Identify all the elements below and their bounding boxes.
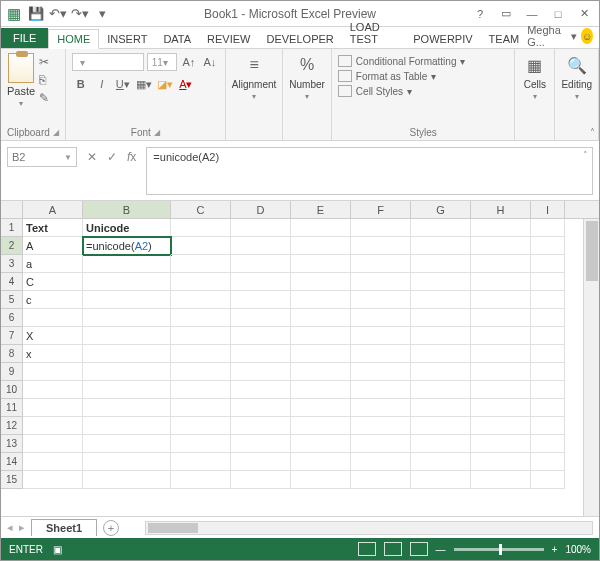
cell-F14[interactable] — [351, 453, 411, 471]
cell-I10[interactable] — [531, 381, 565, 399]
cell-C13[interactable] — [171, 435, 231, 453]
cell-C1[interactable] — [171, 219, 231, 237]
cell-B2[interactable]: =unicode(A2) — [83, 237, 171, 255]
tab-review[interactable]: REVIEW — [199, 30, 258, 48]
qat-customize-icon[interactable]: ▾ — [92, 4, 112, 24]
underline-button[interactable]: U▾ — [114, 75, 132, 93]
cell-H10[interactable] — [471, 381, 531, 399]
cell-I3[interactable] — [531, 255, 565, 273]
row-header-12[interactable]: 12 — [1, 417, 23, 435]
cell-D4[interactable] — [231, 273, 291, 291]
cell-E2[interactable] — [291, 237, 351, 255]
cell-B10[interactable] — [83, 381, 171, 399]
increase-font-icon[interactable]: A↑ — [180, 53, 198, 71]
font-size-dropdown[interactable]: 11▾ — [147, 53, 177, 71]
cell-B15[interactable] — [83, 471, 171, 489]
cell-G13[interactable] — [411, 435, 471, 453]
col-header-f[interactable]: F — [351, 201, 411, 218]
font-color-button[interactable]: A▾ — [177, 75, 195, 93]
cell-H1[interactable] — [471, 219, 531, 237]
enter-formula-icon[interactable]: ✓ — [107, 150, 117, 164]
cell-D6[interactable] — [231, 309, 291, 327]
cell-F9[interactable] — [351, 363, 411, 381]
cell-styles-button[interactable]: Cell Styles▾ — [338, 85, 509, 97]
cell-E7[interactable] — [291, 327, 351, 345]
row-header-13[interactable]: 13 — [1, 435, 23, 453]
cell-C10[interactable] — [171, 381, 231, 399]
cell-A15[interactable] — [23, 471, 83, 489]
cell-D12[interactable] — [231, 417, 291, 435]
zoom-slider[interactable] — [454, 548, 544, 551]
cell-G4[interactable] — [411, 273, 471, 291]
cell-B9[interactable] — [83, 363, 171, 381]
cell-A13[interactable] — [23, 435, 83, 453]
cell-F5[interactable] — [351, 291, 411, 309]
cell-E1[interactable] — [291, 219, 351, 237]
col-header-i[interactable]: I — [531, 201, 565, 218]
cell-E6[interactable] — [291, 309, 351, 327]
cell-B14[interactable] — [83, 453, 171, 471]
cell-A1[interactable]: Text — [23, 219, 83, 237]
cell-A4[interactable]: C — [23, 273, 83, 291]
cell-F6[interactable] — [351, 309, 411, 327]
cell-A12[interactable] — [23, 417, 83, 435]
cell-C2[interactable] — [171, 237, 231, 255]
cell-B8[interactable] — [83, 345, 171, 363]
vertical-scrollbar[interactable] — [583, 219, 599, 516]
cell-G1[interactable] — [411, 219, 471, 237]
format-painter-icon[interactable]: ✎ — [39, 91, 55, 105]
cell-C8[interactable] — [171, 345, 231, 363]
cell-A8[interactable]: x — [23, 345, 83, 363]
cell-F11[interactable] — [351, 399, 411, 417]
cell-G7[interactable] — [411, 327, 471, 345]
col-header-b[interactable]: B — [83, 201, 171, 218]
cell-B7[interactable] — [83, 327, 171, 345]
grid-body[interactable]: 1TextUnicode2A=unicode(A2)3a4C5c67X8x910… — [1, 219, 599, 516]
row-header-15[interactable]: 15 — [1, 471, 23, 489]
cell-F10[interactable] — [351, 381, 411, 399]
cell-B11[interactable] — [83, 399, 171, 417]
col-header-g[interactable]: G — [411, 201, 471, 218]
row-header-9[interactable]: 9 — [1, 363, 23, 381]
cell-E10[interactable] — [291, 381, 351, 399]
row-header-5[interactable]: 5 — [1, 291, 23, 309]
cell-C6[interactable] — [171, 309, 231, 327]
clipboard-launcher-icon[interactable]: ◢ — [53, 128, 59, 137]
redo-icon[interactable]: ↷▾ — [70, 4, 90, 24]
cell-G14[interactable] — [411, 453, 471, 471]
save-icon[interactable]: 💾 — [26, 4, 46, 24]
cell-B1[interactable]: Unicode — [83, 219, 171, 237]
undo-icon[interactable]: ↶▾ — [48, 4, 68, 24]
cell-C4[interactable] — [171, 273, 231, 291]
cell-D1[interactable] — [231, 219, 291, 237]
add-sheet-button[interactable]: + — [103, 520, 119, 536]
cell-I13[interactable] — [531, 435, 565, 453]
cell-B4[interactable] — [83, 273, 171, 291]
cell-H3[interactable] — [471, 255, 531, 273]
cell-D10[interactable] — [231, 381, 291, 399]
cell-H13[interactable] — [471, 435, 531, 453]
cell-A3[interactable]: a — [23, 255, 83, 273]
cell-G12[interactable] — [411, 417, 471, 435]
col-header-a[interactable]: A — [23, 201, 83, 218]
cell-E14[interactable] — [291, 453, 351, 471]
cell-I14[interactable] — [531, 453, 565, 471]
cell-E15[interactable] — [291, 471, 351, 489]
tab-loadtest[interactable]: LOAD TEST — [342, 18, 406, 48]
fx-icon[interactable]: fx — [127, 150, 136, 164]
user-label[interactable]: Megha G... — [527, 24, 567, 48]
cell-H8[interactable] — [471, 345, 531, 363]
cell-A7[interactable]: X — [23, 327, 83, 345]
cell-G9[interactable] — [411, 363, 471, 381]
cell-I7[interactable] — [531, 327, 565, 345]
cell-C7[interactable] — [171, 327, 231, 345]
cancel-formula-icon[interactable]: ✕ — [87, 150, 97, 164]
row-header-6[interactable]: 6 — [1, 309, 23, 327]
cell-E12[interactable] — [291, 417, 351, 435]
name-box[interactable]: B2▼ — [7, 147, 77, 167]
cell-F4[interactable] — [351, 273, 411, 291]
row-header-2[interactable]: 2 — [1, 237, 23, 255]
cell-A11[interactable] — [23, 399, 83, 417]
fill-color-button[interactable]: ◪▾ — [156, 75, 174, 93]
cell-H14[interactable] — [471, 453, 531, 471]
